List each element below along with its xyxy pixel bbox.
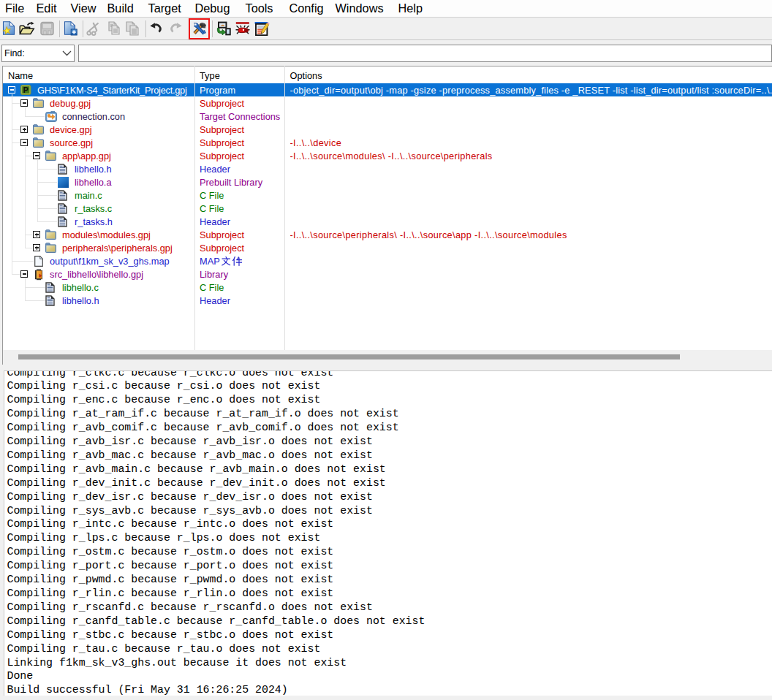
svg-text:P: P (23, 85, 29, 94)
